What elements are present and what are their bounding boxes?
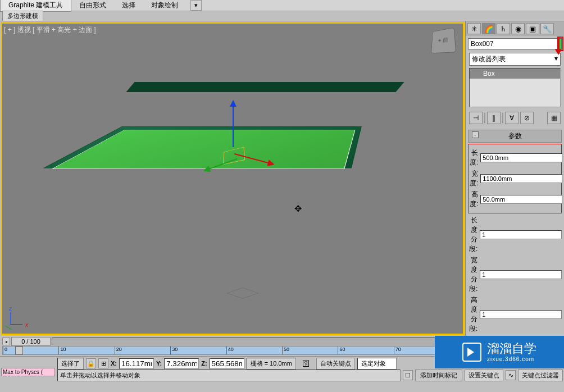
x-input[interactable] [119,358,154,369]
width-input[interactable] [480,174,562,183]
lseg-label: 长度分段: [469,216,477,254]
length-input[interactable] [480,153,562,162]
rollup-collapse-icon[interactable]: - [472,131,479,138]
configure-sets-icon[interactable]: ▦ [547,112,561,124]
x-label: X: [111,360,117,367]
add-time-tag-button[interactable]: 添加时间标记 [415,370,462,381]
menu-dropdown-icon[interactable]: ▾ [190,0,202,11]
viewport-perspective[interactable]: [ + ] 透视 [ 平滑 + 高光 + 边面 ] ✦ 前 ✥ [1,22,465,335]
wseg-input[interactable] [480,270,562,279]
tab-utilities-icon[interactable]: 🔧 [540,23,554,34]
annotation-highlight-box: 长度: ▴▾ 宽度: ▴▾ 高度: ▴▾ [468,144,562,213]
prompt-line: 单击并拖动以选择并移动对象 [57,370,401,381]
tab-hierarchy-icon[interactable]: ♄ [497,23,510,34]
make-unique-icon[interactable]: ∀ [505,112,518,124]
secondary-toolbar: 多边形建模 [0,11,564,21]
key-icon[interactable]: ⚿ [298,358,314,369]
time-frame-display[interactable]: 0 / 100 [11,337,51,346]
height-input[interactable] [480,195,562,204]
annotation-arrow-icon [558,37,560,54]
maxscript-listener[interactable]: Max to Physcs ( [1,368,55,376]
time-thumb[interactable] [15,347,23,354]
tab-modify-icon[interactable]: 🌈 [482,23,495,34]
tab-motion-icon[interactable]: ◉ [511,23,525,34]
lseg-input[interactable] [480,230,562,239]
tab-display-icon[interactable]: ▣ [526,23,539,34]
tab-poly-model[interactable]: 多边形建模 [2,11,43,21]
y-label: Y: [156,360,162,367]
rollup-parameters[interactable]: - 参数 [468,130,562,143]
absolute-mode-icon[interactable]: ⊞ [98,358,108,368]
z-label: Z: [201,360,207,367]
tab-create-icon[interactable]: ✳ [467,23,481,34]
key-filter-icon[interactable]: ∿ [506,370,516,380]
key-filter-button[interactable]: 关键点过滤器 [518,370,563,381]
setkey-button[interactable]: 设置关键点 [465,370,503,381]
menu-select[interactable]: 选择 [114,0,143,11]
time-prev-icon[interactable]: ◂ [2,338,10,345]
watermark: 溜溜自学 zixue.3d66.com [435,336,564,368]
modifier-item-box[interactable]: Box [470,69,560,79]
play-icon [462,343,481,362]
gizmo-z-axis[interactable] [233,102,234,147]
object-name-input[interactable] [468,38,558,49]
isolate-icon[interactable]: ☐ [403,370,413,380]
y-input[interactable] [164,358,199,369]
menu-graphite[interactable]: Graphite 建模工具 [0,0,71,12]
grid-display: 栅格 = 10.0mm [247,358,296,370]
hseg-input[interactable] [480,310,562,319]
viewcube[interactable]: ✦ 前 [431,28,456,53]
menu-objpaint[interactable]: 对象绘制 [143,0,186,11]
move-cursor-icon: ✥ [294,203,306,215]
menu-freeform[interactable]: 自由形式 [71,0,114,11]
lock-selection-icon[interactable]: 🔒 [86,358,96,368]
wseg-label: 宽度分段: [469,256,477,294]
length-label: 长度: [470,148,478,167]
modifier-list-dropdown[interactable]: 修改器列表▾ [469,53,561,66]
command-panel-tabs: ✳ 🌈 ♄ ◉ ▣ 🔧 [466,21,564,36]
autokey-button[interactable]: 自动关键点 [316,358,355,370]
selected-object-dropdown[interactable]: 选定对象 [357,358,397,370]
ribbon-menubar: Graphite 建模工具 自由形式 选择 对象绘制 ▾ [0,0,564,11]
command-panel: ✳ 🌈 ♄ ◉ ▣ 🔧 修改器列表▾ Box ⊣ ‖ ∀ ⊘ [465,21,564,336]
viewport-label[interactable]: [ + ] 透视 [ 平滑 + 高光 + 边面 ] [4,25,96,35]
ground-grid-icon [226,282,260,299]
hseg-label: 高度分段: [469,295,477,334]
z-input[interactable] [210,358,244,369]
move-gizmo[interactable] [199,102,266,181]
width-label: 宽度: [470,169,478,188]
modifier-stack[interactable]: Box [469,68,561,107]
pin-stack-icon[interactable]: ⊣ [469,112,483,124]
height-label: 高度: [470,190,478,209]
show-end-result-icon[interactable]: ‖ [487,112,501,124]
selection-status: 选择了 [57,358,84,370]
axis-tripod-icon [7,307,29,329]
remove-modifier-icon[interactable]: ⊘ [520,112,534,124]
gizmo-y-axis[interactable] [205,158,237,171]
